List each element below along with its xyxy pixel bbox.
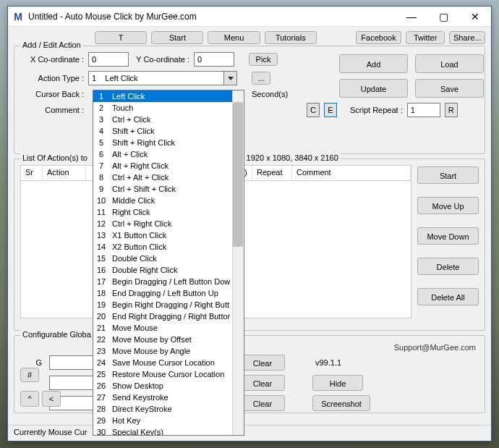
caret-button[interactable]: ^ [20, 391, 39, 407]
add-edit-action-group: Add / Edit Action X Co-ordinate : Y Co-o… [14, 46, 485, 154]
dropdown-item[interactable]: 17Begin Dragging / Left Button Dow [93, 276, 244, 287]
x-coord-label: X Co-ordinate : [20, 55, 84, 64]
dropdown-item[interactable]: 30Special Key(s) [93, 426, 244, 436]
dropdown-item[interactable]: 23Move Mouse by Angle [93, 345, 244, 357]
twitter-button[interactable]: Twitter [406, 31, 445, 44]
dropdown-scrollbar[interactable] [232, 90, 244, 435]
corner-buttons: # ^ < [20, 368, 61, 407]
status-bar: Currently Mouse Cur [8, 425, 491, 441]
col-sr[interactable]: Sr [21, 166, 43, 180]
app-window: M Untitled - Auto Mouse Click by MurGee.… [7, 6, 492, 441]
start-button[interactable]: Start [417, 166, 479, 184]
delete-button[interactable]: Delete [417, 258, 479, 275]
t-button[interactable]: T [95, 31, 147, 44]
hash-button[interactable]: # [20, 368, 39, 382]
dropdown-item[interactable]: 1Left Click [93, 90, 244, 102]
col-repeat[interactable]: Repeat [252, 166, 292, 180]
top-toolbar: T Start Menu Tutorials Facebook Twitter … [95, 31, 485, 44]
move-up-button[interactable]: Move Up [417, 197, 479, 214]
col-action[interactable]: Action [43, 166, 86, 180]
move-down-button[interactable]: Move Down [417, 227, 479, 245]
dropdown-item[interactable]: 14X2 Button Click [93, 241, 244, 253]
more-button[interactable]: ... [252, 72, 270, 85]
delete-all-button[interactable]: Delete All [417, 288, 479, 305]
left-tri-button[interactable]: < [42, 391, 61, 407]
r-button[interactable]: R [445, 103, 458, 117]
clear-button-2[interactable]: Clear [240, 375, 285, 391]
pick-button[interactable]: Pick [249, 53, 278, 66]
dropdown-item[interactable]: 15Double Click [93, 253, 244, 264]
dropdown-item[interactable]: 20End Right Dragging / Right Buttor [93, 310, 244, 322]
client-area: T Start Menu Tutorials Facebook Twitter … [8, 27, 491, 441]
menu-button[interactable]: Menu [208, 31, 260, 44]
dropdown-item[interactable]: 21Move Mouse [93, 322, 244, 334]
version-label: v99.1.1 [294, 358, 479, 367]
c-button[interactable]: C [307, 103, 320, 117]
dropdown-item[interactable]: 9Ctrl + Shift + Click [93, 183, 244, 195]
facebook-button[interactable]: Facebook [356, 31, 401, 44]
dropdown-item[interactable]: 22Move Mouse by Offset [93, 334, 244, 345]
script-repeat-label: Script Repeat : [350, 106, 403, 114]
maximize-button[interactable]: ▢ [427, 7, 459, 27]
add-edit-legend: Add / Edit Action [20, 41, 83, 49]
action-type-dropdown-button[interactable] [224, 71, 237, 85]
e-button[interactable]: E [324, 103, 337, 117]
dropdown-item[interactable]: 6Alt + Click [93, 148, 244, 160]
dropdown-item[interactable]: 28Direct KeyStroke [93, 403, 244, 415]
scrollbar-thumb[interactable] [233, 102, 243, 247]
hide-button[interactable]: Hide [312, 375, 363, 391]
global-legend: Configurable Globa [20, 330, 93, 339]
dropdown-item[interactable]: 11Right Click [93, 206, 244, 218]
dropdown-item[interactable]: 8Ctrl + Alt + Click [93, 172, 244, 183]
dropdown-item[interactable]: 13X1 Button Click [93, 229, 244, 241]
g-label: G [20, 358, 42, 367]
clear-button-1[interactable]: Clear [240, 355, 285, 371]
titlebar[interactable]: M Untitled - Auto Mouse Click by MurGee.… [8, 7, 491, 27]
list-side-buttons: Start Move Up Move Down Delete Delete Al… [417, 165, 479, 318]
global-shortcuts-group: Configurable Globa Support@MurGee.com G … [14, 335, 485, 413]
cursor-back-label: Cursor Back : [20, 90, 84, 98]
dropdown-item[interactable]: 29Hot Key [93, 415, 244, 426]
minimize-button[interactable]: — [396, 7, 427, 27]
dropdown-item[interactable]: 27Send Keystroke [93, 392, 244, 403]
x-coord-input[interactable] [88, 52, 129, 67]
dropdown-item[interactable]: 4Shift + Click [93, 125, 244, 137]
support-link[interactable]: Support@MurGee.com [20, 343, 479, 352]
comment-label: Comment : [20, 106, 84, 114]
script-repeat-input[interactable] [407, 103, 440, 117]
dropdown-item[interactable]: 25Restore Mouse Cursor Location [93, 368, 244, 380]
app-icon: M [12, 11, 24, 22]
dropdown-item[interactable]: 26Show Desktop [93, 380, 244, 392]
clear-button-3[interactable]: Clear [240, 395, 285, 411]
dropdown-item[interactable]: 2Touch [93, 102, 244, 114]
screenshot-button[interactable]: Screenshot [312, 395, 370, 411]
dropdown-item[interactable]: 10Middle Click [93, 195, 244, 206]
dropdown-item[interactable]: 3Ctrl + Click [93, 114, 244, 125]
dropdown-item[interactable]: 24Save Mouse Cursor Location [93, 357, 244, 368]
action-type-combo[interactable] [88, 71, 237, 85]
col-comment[interactable]: Comment [292, 166, 411, 180]
tutorials-button[interactable]: Tutorials [265, 31, 317, 44]
y-coord-label: Y Co-ordinate : [133, 55, 189, 64]
y-coord-input[interactable] [194, 52, 234, 67]
dropdown-item[interactable]: 18End Dragging / Left Button Up [93, 287, 244, 299]
dropdown-item[interactable]: 19Begin Right Dragging / Right Butt [93, 299, 244, 310]
seconds-label: Second(s) [252, 90, 288, 98]
window-title: Untitled - Auto Mouse Click by MurGee.co… [24, 12, 396, 22]
dropdown-item[interactable]: 12Ctrl + Right Click [93, 218, 244, 229]
action-list-group: List Of Action(s) to tion(s) 1920 x 1080… [14, 159, 485, 331]
share-button[interactable]: Share... [449, 31, 485, 44]
start-button-top[interactable]: Start [151, 31, 203, 44]
dropdown-item[interactable]: 16Double Right Click [93, 264, 244, 276]
dropdown-item[interactable]: 7Alt + Right Click [93, 160, 244, 172]
chevron-down-icon [228, 77, 234, 80]
close-button[interactable]: ✕ [459, 7, 491, 27]
action-type-input[interactable] [88, 71, 224, 85]
dropdown-item[interactable]: 5Shift + Right Click [93, 137, 244, 148]
action-type-dropdown[interactable]: 1Left Click2Touch3Ctrl + Click4Shift + C… [93, 90, 244, 436]
action-type-label: Action Type : [20, 74, 84, 83]
